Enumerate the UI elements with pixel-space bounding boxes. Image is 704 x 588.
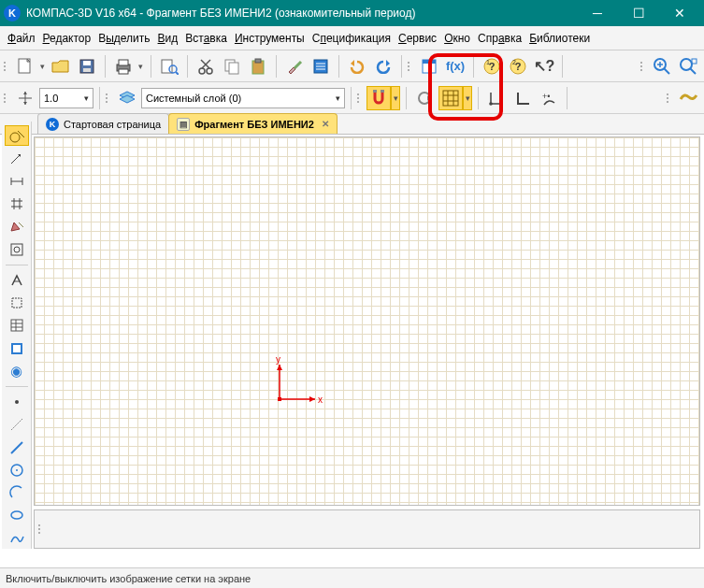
toolbar-grip-6[interactable]: [357, 86, 363, 110]
print-dropdown[interactable]: ▾: [136, 54, 145, 79]
spline-tool[interactable]: [5, 528, 29, 549]
maximize-button[interactable]: ☐: [618, 0, 659, 26]
svg-rect-37: [692, 59, 697, 64]
toolbar-grip-7[interactable]: [667, 86, 672, 110]
new-button[interactable]: [13, 54, 37, 79]
redo-button[interactable]: [371, 54, 395, 79]
toolbar-grip[interactable]: [4, 54, 9, 79]
svg-rect-3: [83, 68, 91, 72]
edit-tool[interactable]: [5, 216, 29, 237]
geometry-tool[interactable]: [5, 125, 29, 146]
insert-view-tool[interactable]: ◉: [5, 361, 29, 381]
layers-button[interactable]: [115, 86, 139, 110]
toolbar-grip-4[interactable]: [4, 86, 9, 110]
svg-point-11: [207, 68, 212, 74]
cut-button[interactable]: [194, 54, 218, 79]
menu-insert[interactable]: Вставка: [183, 30, 229, 47]
ellipse-tool[interactable]: [5, 505, 29, 525]
dimension-tool[interactable]: [5, 171, 29, 192]
print-button[interactable]: [111, 54, 136, 79]
menu-file[interactable]: ФФайлайл: [6, 30, 37, 47]
ortho-button[interactable]: [510, 86, 535, 110]
point-tool[interactable]: [5, 392, 29, 412]
menu-libs[interactable]: Библиотеки: [527, 30, 592, 47]
rebuild-button[interactable]: [412, 86, 437, 110]
print-preview-button[interactable]: [157, 54, 181, 79]
zoom-fit-button[interactable]: [676, 54, 700, 79]
properties-button[interactable]: [309, 54, 333, 79]
svg-line-32: [664, 68, 669, 74]
toolbar-grip-5[interactable]: [106, 86, 111, 110]
tab-start-page[interactable]: K Стартовая страница: [37, 113, 169, 134]
close-button[interactable]: ✕: [659, 0, 700, 26]
svg-line-75: [11, 442, 22, 453]
manager-button[interactable]: [417, 54, 441, 79]
menu-tools[interactable]: Инструменты: [233, 30, 307, 47]
menu-edit[interactable]: Редактор: [41, 30, 93, 47]
help2-button[interactable]: ?2: [506, 54, 530, 79]
reports-tool[interactable]: [5, 337, 29, 358]
save-button[interactable]: [75, 54, 99, 79]
select-tool[interactable]: [5, 293, 29, 313]
parameters-tool[interactable]: [5, 238, 29, 259]
svg-rect-40: [373, 90, 377, 93]
svg-rect-16: [252, 61, 264, 74]
document-tabs: K Стартовая страница ▤ Фрагмент БЕЗ ИМЕН…: [0, 114, 704, 135]
menu-window[interactable]: Окно: [442, 30, 472, 47]
left-toolbar: ◉: [2, 122, 32, 549]
menu-select[interactable]: Выделить: [96, 30, 151, 47]
line-tool[interactable]: [5, 437, 29, 458]
grid-tool[interactable]: [5, 194, 29, 214]
drawing-canvas[interactable]: x y: [34, 136, 700, 506]
svg-line-12: [202, 60, 210, 68]
svg-point-76: [11, 465, 22, 476]
scale-combo[interactable]: 1.0 ▾: [39, 88, 93, 108]
circle-tool[interactable]: [5, 460, 29, 480]
tab-fragment[interactable]: ▤ Фрагмент БЕЗ ИМЕНИ2 ✕: [168, 113, 338, 134]
svg-point-25: [484, 59, 499, 74]
measure-tool[interactable]: [5, 270, 29, 291]
menu-spec[interactable]: Спецификация: [310, 30, 393, 47]
zoom-in-button[interactable]: [650, 54, 674, 79]
open-button[interactable]: [49, 54, 73, 79]
layer-combo[interactable]: Системный слой (0) ▾: [141, 88, 345, 108]
svg-point-73: [15, 400, 19, 404]
tab-close-button[interactable]: ✕: [319, 119, 329, 129]
menu-service[interactable]: Сервис: [396, 30, 438, 47]
brush-button[interactable]: [282, 54, 307, 79]
panel-grip[interactable]: [38, 517, 44, 541]
svg-rect-66: [12, 298, 22, 308]
arrow-tool[interactable]: [5, 148, 29, 168]
aux-line-tool[interactable]: [5, 414, 29, 435]
spec-tool[interactable]: [5, 315, 29, 336]
styles-button[interactable]: [676, 86, 700, 110]
svg-rect-67: [11, 320, 22, 331]
variables-button[interactable]: f(x): [443, 54, 467, 79]
status-bar: Включить/выключить изображение сетки на …: [0, 567, 704, 588]
toolbar-main: ▾ ▾ f(x) ?1 ?2 ↖?: [0, 50, 704, 82]
menu-help[interactable]: Справка: [476, 30, 524, 47]
new-dropdown[interactable]: ▾: [37, 54, 47, 79]
local-cs-button[interactable]: [484, 86, 509, 110]
minimize-button[interactable]: ─: [577, 0, 618, 26]
copy-button[interactable]: [220, 54, 244, 79]
context-help-button[interactable]: ↖?: [532, 54, 556, 79]
snap-dropdown[interactable]: ▾: [391, 86, 400, 110]
svg-rect-7: [162, 60, 172, 73]
grid-button[interactable]: [438, 86, 463, 110]
menu-view[interactable]: Вид: [156, 30, 180, 47]
arc-tool[interactable]: [5, 482, 29, 503]
help1-button[interactable]: ?1: [480, 54, 504, 79]
svg-point-10: [199, 68, 205, 74]
snap-button[interactable]: [366, 86, 391, 110]
toolbar-grip-3[interactable]: [640, 54, 646, 79]
svg-text:x: x: [318, 394, 323, 405]
rounding-button[interactable]: +•: [537, 86, 561, 110]
grid-dropdown[interactable]: ▾: [463, 86, 472, 110]
scale-step-button[interactable]: [13, 86, 37, 110]
paste-button[interactable]: [246, 54, 270, 79]
svg-point-52: [10, 133, 20, 142]
svg-point-77: [16, 469, 18, 471]
toolbar-grip-2[interactable]: [408, 54, 413, 79]
undo-button[interactable]: [345, 54, 369, 79]
